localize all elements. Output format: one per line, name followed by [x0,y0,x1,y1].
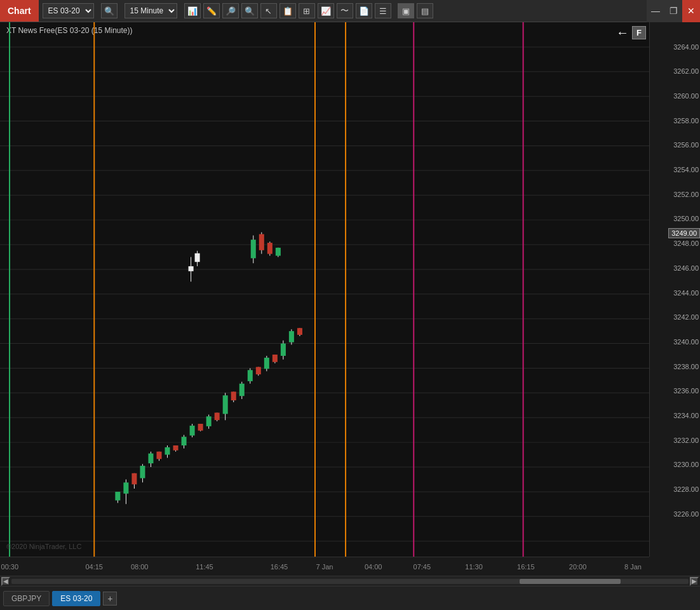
tab-gbpjpy[interactable]: GBPJPY [3,591,50,606]
price-label-3250: 3250.00 [673,215,699,222]
symbol-select[interactable]: ES 03-20 [43,3,94,18]
svg-rect-52 [215,412,220,420]
price-label-current: 3249.00 [668,228,700,238]
svg-rect-72 [297,328,302,335]
time-label-1615: 16:15 [517,563,535,571]
chart-main: XT News Free(ES 03-20 (15 Minute)) ← F [0,22,700,557]
svg-rect-80 [267,243,273,254]
price-axis: 3264.00 3262.00 3260.00 3258.00 3256.00 … [649,22,700,557]
price-label-3232: 3232.00 [673,437,699,444]
svg-rect-54 [223,395,228,414]
symbol-group: ES 03-20 [39,3,98,18]
price-label-3242: 3242.00 [673,313,699,321]
scrollbar: ◀ ▶ [0,576,700,586]
svg-rect-48 [198,424,203,431]
add-tab-button[interactable]: + [103,592,117,606]
price-label-3254: 3254.00 [673,166,699,173]
price-label-3258: 3258.00 [673,117,699,125]
svg-rect-40 [165,447,170,455]
svg-rect-64 [264,358,269,369]
price-label-3230: 3230.00 [673,461,699,468]
time-label-1145: 11:45 [196,563,213,571]
view-single[interactable]: ▣ [398,3,414,18]
time-label-2000: 20:00 [569,563,587,571]
time-label-0415: 04:15 [85,563,103,571]
title-bar: Chart ES 03-20 🔍 15 Minute 📊 ✏️ 🔎 🔍 ↖ 📋 … [0,0,700,22]
time-label-0800: 08:00 [131,563,149,571]
properties-button[interactable]: 📋 [279,3,296,18]
scroll-track[interactable] [11,579,689,584]
svg-rect-28 [115,492,120,501]
zoom-out-button[interactable]: 🔍 [241,3,258,18]
svg-rect-32 [131,473,137,485]
price-label-3244: 3244.00 [673,289,699,297]
search-group: 🔍 [98,3,121,18]
timeframe-group: 15 Minute [121,3,181,18]
price-label-3238: 3238.00 [673,363,699,370]
svg-rect-70 [289,331,294,342]
chart-svg [0,22,649,557]
time-axis: 00:30 04:15 08:00 11:45 16:45 7 Jan 04:0… [0,557,649,576]
grid-button[interactable]: ⊞ [299,3,315,18]
timeframe-select[interactable]: 15 Minute [125,3,177,18]
strategy-button[interactable]: 〜 [337,3,353,18]
price-label-3252: 3252.00 [673,191,699,198]
price-label-3234: 3234.00 [673,412,699,419]
price-label-3260: 3260.00 [673,92,699,100]
svg-rect-68 [281,344,286,356]
minimize-button[interactable]: — [647,0,664,22]
svg-rect-74 [189,266,194,271]
scroll-left-button[interactable]: ◀ [1,577,10,586]
price-label-3236: 3236.00 [673,387,699,395]
svg-rect-60 [248,370,253,381]
window-controls: — ❐ ✕ [647,0,700,22]
svg-rect-78 [259,234,264,250]
indicator-button[interactable]: 📈 [318,3,334,18]
bar-type-button[interactable]: 📊 [184,3,201,18]
svg-rect-58 [239,384,245,396]
search-button[interactable]: 🔍 [101,3,118,18]
time-label-0400: 04:00 [365,563,382,571]
restore-button[interactable]: ❐ [664,0,682,22]
scroll-right-button[interactable]: ▶ [690,577,699,586]
svg-rect-62 [256,367,261,375]
svg-rect-82 [276,248,281,256]
menu-button[interactable]: ☰ [375,3,391,18]
chart-canvas[interactable]: XT News Free(ES 03-20 (15 Minute)) ← F [0,22,649,557]
price-label-3264: 3264.00 [673,43,699,51]
watermark: ©2020 NinjaTrader, LLC [6,543,81,550]
svg-rect-46 [190,426,195,436]
svg-rect-38 [156,452,161,459]
template-button[interactable]: 📄 [356,3,372,18]
chart-window-label: Chart [0,0,39,22]
price-label-3248: 3248.00 [673,240,699,247]
draw-button[interactable]: ✏️ [203,3,220,18]
svg-rect-56 [231,391,236,400]
svg-rect-44 [182,437,187,445]
price-label-3226: 3226.00 [673,510,699,518]
close-button[interactable]: ✕ [682,0,700,22]
time-label-1130: 11:30 [465,563,483,571]
svg-rect-30 [123,482,128,494]
time-label-7jan: 7 Jan [316,563,333,571]
svg-rect-76 [251,240,256,258]
svg-rect-36 [148,454,153,464]
price-label-3228: 3228.00 [673,485,699,493]
view-toggle: ▣ ▤ [394,3,436,18]
price-label-3246: 3246.00 [673,264,699,272]
view-multi[interactable]: ▤ [417,3,433,18]
svg-rect-42 [173,445,178,451]
svg-rect-84 [195,254,200,262]
time-label-0030: 00:30 [1,563,19,571]
chart-container: XT News Free(ES 03-20 (15 Minute)) ← F [0,22,700,610]
tab-es0320[interactable]: ES 03-20 [52,591,100,606]
time-label-8jan: 8 Jan [624,563,642,571]
scroll-thumb[interactable] [520,579,621,584]
chart-tools: 📊 ✏️ 🔎 🔍 ↖ 📋 ⊞ 📈 〜 📄 ☰ [181,3,394,18]
select-button[interactable]: ↖ [260,3,277,18]
zoom-in-button[interactable]: 🔎 [222,3,239,18]
time-label-0745: 07:45 [414,563,431,571]
svg-rect-50 [206,416,212,426]
bottom-tab-bar: GBPJPY ES 03-20 + [0,586,700,610]
price-label-3262: 3262.00 [673,67,699,75]
